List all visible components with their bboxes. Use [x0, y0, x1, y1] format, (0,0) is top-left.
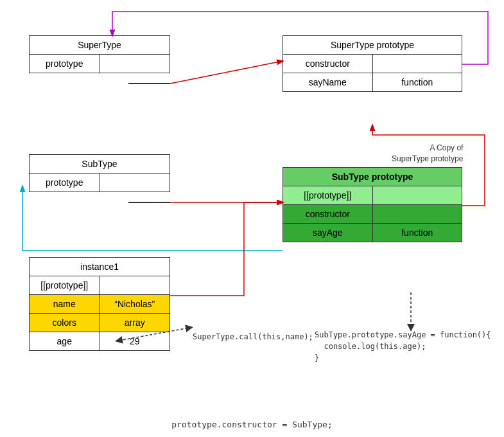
instance1-box: instance1 [[prototype]] name “Nicholas” …	[29, 257, 170, 351]
subtype-proto-title: SubType prototype	[283, 168, 462, 186]
supertype-proto-constructor-label: constructor	[283, 55, 373, 73]
instance1-proto-label: [[prototype]]	[30, 276, 100, 294]
subtype-proto-sayage-label: sayAge	[283, 224, 373, 242]
supertype-proto-title: SuperType prototype	[283, 36, 462, 55]
instance1-colors-label: colors	[30, 314, 100, 332]
subtype-proto-constructor-label: constructor	[283, 205, 373, 223]
subtype-prototype-value	[100, 174, 170, 192]
supertype-box: SuperType prototype	[29, 35, 170, 73]
instance1-age-value: 29	[100, 332, 170, 350]
supertype-prototype-value	[100, 55, 170, 73]
supertype-title: SuperType	[30, 36, 169, 55]
instance1-name-value: “Nicholas”	[100, 295, 170, 313]
instance1-name-label: name	[30, 295, 100, 313]
supertype-proto-sayname-label: sayName	[283, 73, 373, 91]
svg-line-0	[170, 61, 282, 84]
instance1-title: instance1	[30, 258, 169, 276]
sayage-code-annotation: SubType.prototype.sayAge = function(){ c…	[315, 329, 491, 364]
supertype-prototype-label: prototype	[30, 55, 100, 73]
supertype-proto-constructor-value	[373, 55, 462, 73]
subtype-box: SubType prototype	[29, 154, 170, 192]
instance1-proto-value	[100, 276, 170, 294]
subtype-proto-box: SubType prototype [[prototype]] construc…	[282, 167, 462, 242]
subtype-proto-constructor-value	[373, 205, 462, 223]
supertype-call-annotation: SuperType.call(this,name);	[193, 332, 313, 341]
bottom-label: prototype.constructor = SubType;	[0, 420, 504, 429]
subtype-title: SubType	[30, 155, 169, 174]
instance1-age-label: age	[30, 332, 100, 350]
subtype-proto-sayage-value: function	[373, 224, 462, 242]
subtype-proto-prototype-label: [[prototype]]	[283, 186, 373, 204]
acopy-annotation: A Copy ofSuperType prototype	[392, 143, 463, 165]
instance1-colors-value: array	[100, 314, 170, 332]
supertype-proto-box: SuperType prototype constructor sayName …	[282, 35, 462, 92]
supertype-proto-sayname-value: function	[373, 73, 462, 91]
subtype-proto-prototype-value	[373, 186, 462, 204]
subtype-prototype-label: prototype	[30, 174, 100, 192]
